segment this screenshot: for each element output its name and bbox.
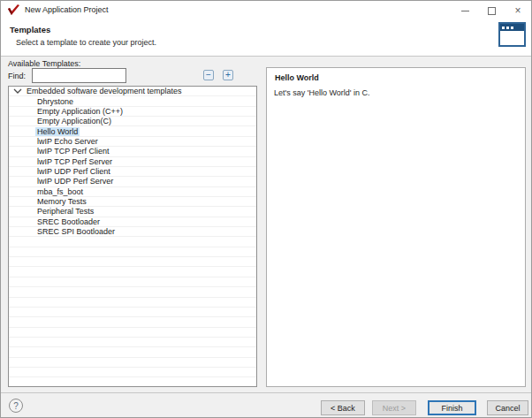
empty-row [9, 338, 256, 347]
template-item[interactable]: lwIP TCP Perf Client [9, 147, 256, 156]
template-item-label: Dhrystone [35, 97, 75, 106]
template-item[interactable]: lwIP UDP Perf Client [9, 167, 256, 177]
template-item[interactable]: Empty Application (C++) [9, 107, 256, 117]
page-title: Templates [10, 25, 50, 34]
wizard-banner: Templates Select a template to create yo… [1, 20, 531, 56]
button-bar: ? < Back Next > Finish Cancel [1, 393, 531, 418]
empty-row [9, 358, 256, 368]
template-item[interactable]: Dhrystone [9, 96, 256, 106]
collapse-all-button[interactable]: − [203, 70, 214, 80]
template-item[interactable]: mba_fs_boot [9, 187, 256, 197]
maximize-button[interactable] [478, 1, 505, 20]
next-button: Next > [372, 400, 416, 415]
empty-row [9, 308, 256, 317]
close-icon: × [514, 5, 521, 16]
find-input[interactable] [32, 68, 126, 83]
finish-button[interactable]: Finish [428, 400, 476, 415]
template-item-label: Empty Application (C++) [35, 107, 125, 116]
template-item-label: lwIP UDP Perf Server [35, 177, 115, 186]
template-item-label: lwIP TCP Perf Server [35, 157, 114, 166]
new-application-project-dialog: New Application Project × Templates Sele… [0, 0, 532, 418]
empty-row [9, 287, 256, 297]
available-templates-label: Available Templates: [8, 59, 80, 68]
template-tree-root[interactable]: Embedded software development templates [9, 87, 256, 96]
template-item[interactable]: Memory Tests [9, 197, 256, 207]
title-bar: New Application Project × [1, 1, 531, 20]
template-item[interactable]: SREC Bootloader [9, 217, 256, 227]
template-description-title: Hello World [275, 73, 319, 82]
empty-row [9, 368, 256, 377]
template-item[interactable]: Empty Application(C) [9, 117, 256, 126]
minimize-button[interactable] [452, 1, 478, 20]
empty-row [9, 377, 256, 387]
template-item[interactable]: SREC SPI Bootloader [9, 227, 256, 237]
empty-row [9, 298, 256, 308]
collapse-all-icon: − [206, 71, 211, 80]
empty-row [9, 317, 256, 327]
empty-row [9, 328, 256, 338]
template-item[interactable]: lwIP TCP Perf Server [9, 157, 256, 167]
template-item[interactable]: lwIP Echo Server [9, 137, 256, 147]
template-description-body: Let's say 'Hello World' in C. [274, 88, 370, 97]
template-tree-root-label: Embedded software development templates [25, 87, 184, 95]
empty-row [9, 247, 256, 257]
find-label: Find: [8, 72, 26, 80]
template-item-label: SREC Bootloader [35, 217, 102, 226]
wizard-window-icon [498, 22, 526, 47]
template-item-label: Empty Application(C) [35, 117, 113, 125]
template-item-label: Memory Tests [35, 197, 88, 206]
template-item-label: Peripheral Tests [35, 207, 95, 216]
template-item[interactable]: Peripheral Tests [9, 207, 256, 217]
template-item[interactable]: Hello World [9, 126, 256, 136]
window-title: New Application Project [25, 5, 109, 14]
template-tree: Embedded software development templates … [8, 86, 257, 387]
template-item-label: lwIP Echo Server [35, 137, 100, 146]
app-logo-icon [7, 4, 20, 17]
template-item-label: mba_fs_boot [35, 187, 85, 196]
cancel-button[interactable]: Cancel [487, 400, 528, 415]
template-item-label: lwIP UDP Perf Client [35, 167, 112, 176]
empty-row [9, 277, 256, 287]
template-item-label: Hello World [35, 127, 80, 136]
template-description-panel: Hello World Let's say 'Hello World' in C… [266, 67, 526, 387]
minimize-icon [461, 11, 469, 11]
expand-all-icon: + [225, 71, 231, 80]
template-item-label: lwIP TCP Perf Client [35, 147, 111, 156]
empty-row [9, 267, 256, 277]
chevron-down-icon [12, 87, 23, 95]
template-tree-rows: DhrystoneEmpty Application (C++)Empty Ap… [9, 96, 256, 387]
expand-all-button[interactable]: + [223, 70, 233, 80]
maximize-icon [488, 7, 496, 15]
help-button[interactable]: ? [9, 399, 23, 413]
empty-row [9, 347, 256, 357]
help-icon: ? [13, 401, 19, 411]
template-item-label: SREC SPI Bootloader [35, 227, 117, 236]
empty-row [9, 257, 256, 267]
dialog-body: Available Templates: Find: − + Embedded … [1, 57, 531, 392]
close-button[interactable]: × [505, 1, 531, 20]
back-button[interactable]: < Back [321, 400, 365, 415]
template-item[interactable]: lwIP UDP Perf Server [9, 177, 256, 186]
page-subtitle: Select a template to create your project… [16, 38, 156, 47]
empty-row [9, 237, 256, 247]
